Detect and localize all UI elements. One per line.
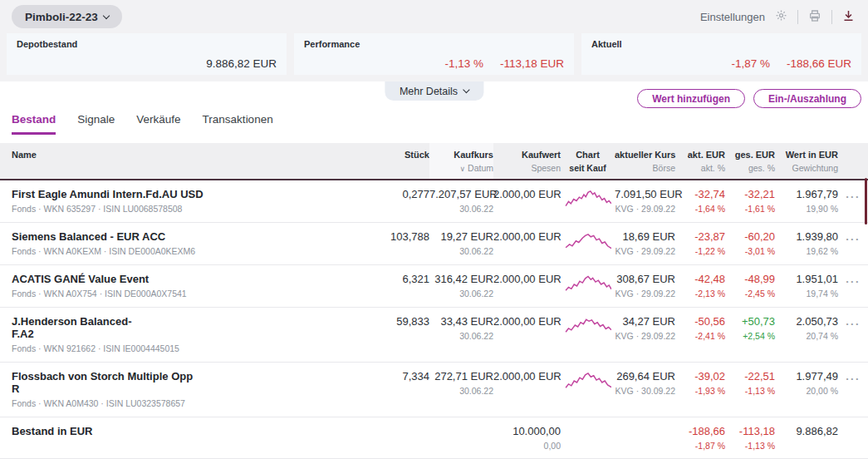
- summary-label: Bestand in EUR: [12, 425, 356, 437]
- column-subtitle: ges. %: [725, 163, 775, 173]
- cell-main: 19,27 EUR: [429, 230, 493, 243]
- cell-name[interactable]: J.Henderson Balanced-F.A2Fonds · WKN 921…: [12, 315, 356, 353]
- column-header-ges-eur[interactable]: ges. EURges. %: [725, 143, 775, 179]
- cell-stueck: 7,334: [356, 370, 429, 408]
- cell-kaufwert: 2.000,00 EUR: [493, 188, 561, 214]
- cell-kaufkurs: 316,42 EUR30.06.22: [429, 273, 493, 299]
- cell-ges-eur: +50,73+2,54 %: [725, 315, 775, 353]
- cell-stueck: 6,321: [356, 273, 429, 299]
- cell-name[interactable]: Flossbach von Storch Multiple OppRFonds …: [12, 370, 356, 408]
- download-icon: [842, 9, 855, 24]
- table-row: Siemens Balanced - EUR ACCFonds · WKN A0…: [0, 223, 868, 265]
- cell-main: -60,20: [725, 230, 775, 243]
- cell-sub: KVG · 29.09.22: [615, 246, 675, 256]
- tab-transaktionen[interactable]: Transaktionen: [203, 113, 273, 135]
- row-menu-button[interactable]: ···: [838, 230, 868, 256]
- cell-name[interactable]: ACATIS GANÉ Value EventFonds · WKN A0X75…: [12, 273, 356, 299]
- card-label: Aktuell: [591, 39, 851, 49]
- fund-name: ACATIS GANÉ Value Event: [12, 273, 356, 285]
- cell-name[interactable]: First Eagle Amundi Intern.Fd.AU USDFonds…: [12, 188, 356, 214]
- settings-label: Einstellungen: [700, 11, 765, 23]
- card-aktuell: Aktuell -1,87 % -188,66 EUR: [581, 33, 861, 75]
- tab-signale[interactable]: Signale: [77, 113, 115, 135]
- header-band: Pimboli-22-23 Einstellungen: [0, 0, 868, 81]
- add-value-button[interactable]: Wert hinzufügen: [637, 89, 745, 108]
- cell-main: 10.000,00: [493, 425, 561, 437]
- cell-main: 9.886,82: [775, 425, 838, 437]
- row-menu-button[interactable]: ···: [838, 273, 868, 299]
- column-header-chart[interactable]: Chartseit Kauf: [561, 143, 615, 179]
- column-header-kaufkurs[interactable]: Kaufkurs∨Datum: [429, 143, 493, 179]
- table-footer: Bestand in EUR10.000,000,00-188,66-1,87 …: [0, 417, 868, 459]
- column-title: Chart: [561, 150, 615, 160]
- column-header-menu: [838, 143, 868, 179]
- summary-cards: Depotbestand 9.886,82 EUR Performance -1…: [0, 33, 868, 75]
- card-value: -113,18 EUR: [500, 57, 564, 70]
- column-header-st-ck[interactable]: Stück: [356, 143, 429, 179]
- more-details-label: Mehr Details: [400, 86, 458, 97]
- cell-sub: -1,13 %: [725, 386, 775, 396]
- column-title: Kaufwert: [493, 150, 561, 160]
- cell-ges-eur: -113,18-1,13 %: [725, 425, 775, 451]
- cell-main: 103,788: [356, 230, 429, 243]
- more-details-button[interactable]: Mehr Details: [385, 81, 483, 101]
- cell-sub: 19,90 %: [775, 204, 838, 214]
- fund-name: First Eagle Amundi Intern.Fd.AU USD: [12, 188, 356, 200]
- cell-empty: [561, 425, 615, 451]
- scrollbar-thumb[interactable]: [865, 178, 867, 225]
- download-button[interactable]: [841, 7, 856, 26]
- cell-name[interactable]: Siemens Balanced - EUR ACCFonds · WKN A0…: [12, 230, 356, 256]
- payinout-button[interactable]: Ein-/Auszahlung: [753, 89, 861, 108]
- column-header-name[interactable]: Name: [12, 143, 356, 179]
- sort-arrow-icon: ∨: [459, 165, 465, 173]
- portfolio-selector[interactable]: Pimboli-22-23: [12, 5, 122, 28]
- fund-info: Fonds · WKN 921662 · ISIN IE0004445015: [12, 343, 356, 353]
- cell-main: 2.000,00 EUR: [493, 230, 561, 243]
- cell-sub: 30.06.22: [429, 331, 493, 341]
- cell-sub: -1,61 %: [725, 204, 775, 214]
- cell-main: 2.000,00 EUR: [493, 370, 561, 382]
- cell-empty: [429, 425, 493, 451]
- cell-main: 272,71 EUR: [429, 370, 493, 382]
- column-header-aktueller-kurs[interactable]: aktueller KursBörse: [615, 143, 675, 179]
- cell-ges-eur: -60,20-3,01 %: [725, 230, 775, 256]
- cell-main: -32,21: [725, 188, 775, 200]
- row-menu-button[interactable]: ···: [838, 370, 868, 408]
- sparkline-chart: [561, 315, 615, 353]
- table-row: Flossbach von Storch Multiple OppRFonds …: [0, 363, 868, 417]
- card-value: -188,66 EUR: [787, 57, 851, 70]
- column-subtitle: Gewichtung: [775, 163, 838, 173]
- row-menu-button[interactable]: ···: [838, 315, 868, 353]
- tab-bestand[interactable]: Bestand: [12, 113, 56, 135]
- cell-sub: -1,87 %: [675, 441, 725, 451]
- separator: [831, 10, 832, 24]
- cell-main: -50,56: [675, 315, 725, 328]
- column-header-kaufwert[interactable]: KaufwertSpesen: [493, 143, 561, 179]
- sparkline-chart: [561, 273, 615, 299]
- column-title: aktueller Kurs: [615, 150, 675, 160]
- chevron-down-icon: [103, 12, 110, 18]
- print-button[interactable]: [807, 7, 823, 27]
- column-subtitle: Börse: [615, 163, 675, 173]
- cell-kaufwert: 2.000,00 EUR: [493, 273, 561, 299]
- row-menu-button[interactable]: ···: [838, 188, 868, 214]
- cell-main: 308,67 EUR: [615, 273, 675, 285]
- cell-wert: 1.939,8019,62 %: [775, 230, 838, 256]
- cell-main: 18,69 EUR: [615, 230, 675, 243]
- cell-sub: -1,93 %: [675, 386, 725, 396]
- cell-main: 1.977,49: [775, 370, 838, 382]
- cell-main: 2.000,00 EUR: [493, 315, 561, 328]
- tab-verk-ufe[interactable]: Verkäufe: [136, 113, 180, 135]
- topbar-actions: Einstellungen: [700, 7, 856, 27]
- column-header-akt-eur[interactable]: akt. EURakt. %: [675, 143, 725, 179]
- cell-main: 269,64 EUR: [615, 370, 675, 382]
- cell-sub: KVG · 29.09.22: [615, 289, 675, 299]
- cell-main: 0,277: [356, 188, 429, 200]
- column-title: Kaufkurs: [429, 150, 493, 160]
- column-header-wert-in-eur[interactable]: Wert in EURGewichtung: [775, 143, 838, 179]
- card-percent: -1,87 %: [731, 57, 770, 70]
- settings-button[interactable]: [773, 7, 789, 26]
- cell-akt-eur: -188,66-1,87 %: [675, 425, 725, 451]
- cell-sub: KVG · 29.09.22: [615, 331, 675, 341]
- table-header: NameStückKaufkurs∨DatumKaufwertSpesenCha…: [0, 143, 868, 180]
